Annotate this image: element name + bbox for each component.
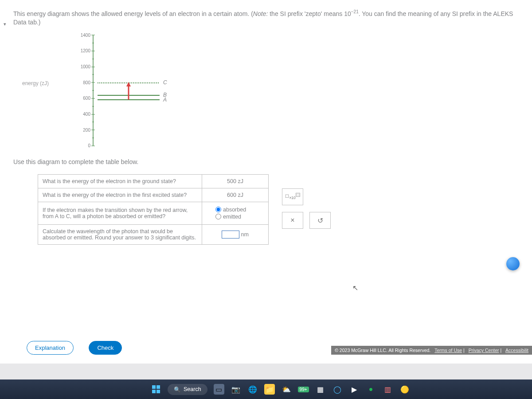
question-cell: What is the energy of the electron in th… xyxy=(38,188,202,202)
question-table: What is the energy of the electron in th… xyxy=(38,174,269,245)
svg-text:1400: 1400 xyxy=(81,33,91,38)
table-row: What is the energy of the electron in th… xyxy=(38,188,269,202)
svg-text:200: 200 xyxy=(83,128,90,133)
camera-icon[interactable]: 📷 xyxy=(231,384,241,395)
question-cell: If the electron makes the transition sho… xyxy=(38,202,202,224)
svg-text:1000: 1000 xyxy=(81,64,91,69)
svg-rect-32 xyxy=(152,385,156,389)
answer-cell: absorbed emitted xyxy=(202,202,269,224)
answer-cell: 600 zJ xyxy=(202,188,269,202)
svg-text:B: B xyxy=(163,92,167,98)
accessibility-link[interactable]: Accessibilit xyxy=(505,348,528,353)
svg-rect-33 xyxy=(156,385,160,389)
calendar-icon[interactable]: ▥ xyxy=(383,384,393,395)
svg-text:1200: 1200 xyxy=(81,48,91,53)
task-view-icon[interactable]: ▭ xyxy=(214,384,224,395)
sci-notation-button[interactable]: ☐×10☐ xyxy=(282,188,303,205)
table-row: What is the energy of the electron in th… xyxy=(38,174,269,188)
clear-button[interactable]: × xyxy=(282,212,303,229)
table-row: Calculate the wavelength of the photon t… xyxy=(38,224,269,244)
cursor-icon: ↖ xyxy=(352,284,358,292)
explorer-icon[interactable]: 📁 xyxy=(264,384,275,395)
svg-text:0: 0 xyxy=(88,143,90,148)
taskbar: 🔍 Search ▭ 📷 🌐 📁 ⛅ 99+ ▦ ◯ ▶ ● ▥ 🟡 xyxy=(0,379,532,399)
search-icon: 🔍 xyxy=(174,386,181,393)
problem-statement: This energy diagram shows the allowed en… xyxy=(13,9,519,27)
question-cell: What is the energy of the electron in th… xyxy=(38,174,202,188)
assistant-bubble-icon[interactable] xyxy=(506,257,520,270)
energy-diagram: energy (zJ) 0 200 400 600 800 1000 1200 … xyxy=(22,31,519,155)
start-icon[interactable] xyxy=(151,384,161,395)
app-icon[interactable]: ▦ xyxy=(315,384,326,395)
answer-cell: nm xyxy=(202,224,269,244)
cortana-icon[interactable]: ◯ xyxy=(332,384,343,395)
absorbed-radio[interactable] xyxy=(215,207,221,212)
svg-text:600: 600 xyxy=(83,96,90,101)
undo-button[interactable]: ↺ xyxy=(309,212,331,229)
svg-rect-35 xyxy=(156,390,160,393)
svg-rect-34 xyxy=(152,390,156,393)
media-icon[interactable]: ▶ xyxy=(349,384,360,395)
chrome-icon[interactable]: 🟡 xyxy=(399,384,410,395)
taskbar-search[interactable]: 🔍 Search xyxy=(168,384,207,395)
explanation-button[interactable]: Explanation xyxy=(27,341,74,355)
privacy-link[interactable]: Privacy Center xyxy=(469,348,499,353)
weather-icon[interactable]: ⛅ xyxy=(281,384,292,395)
svg-text:800: 800 xyxy=(83,80,90,85)
instruction-text: Use this diagram to complete the table b… xyxy=(13,158,519,165)
spotify-icon[interactable]: ● xyxy=(366,384,376,395)
question-cell: Calculate the wavelength of the photon t… xyxy=(38,224,202,244)
y-axis-label: energy (zJ) xyxy=(22,80,49,86)
table-row: If the electron makes the transition sho… xyxy=(38,202,269,224)
svg-text:400: 400 xyxy=(83,112,90,117)
notification-badge[interactable]: 99+ xyxy=(298,387,309,392)
diagram-svg: 0 200 400 600 800 1000 1200 1400 xyxy=(71,31,186,155)
edge-icon[interactable]: 🌐 xyxy=(247,384,258,395)
emitted-radio[interactable] xyxy=(215,214,221,219)
copyright-bar: © 2023 McGraw Hill LLC. All Rights Reser… xyxy=(331,346,532,355)
check-button[interactable]: Check xyxy=(89,341,122,355)
wavelength-input[interactable] xyxy=(222,231,239,239)
svg-text:C: C xyxy=(163,79,167,86)
collapse-caret-icon[interactable]: ▾ xyxy=(4,21,6,27)
terms-link[interactable]: Terms of Use xyxy=(434,348,462,353)
answer-cell: 500 zJ xyxy=(202,174,269,188)
